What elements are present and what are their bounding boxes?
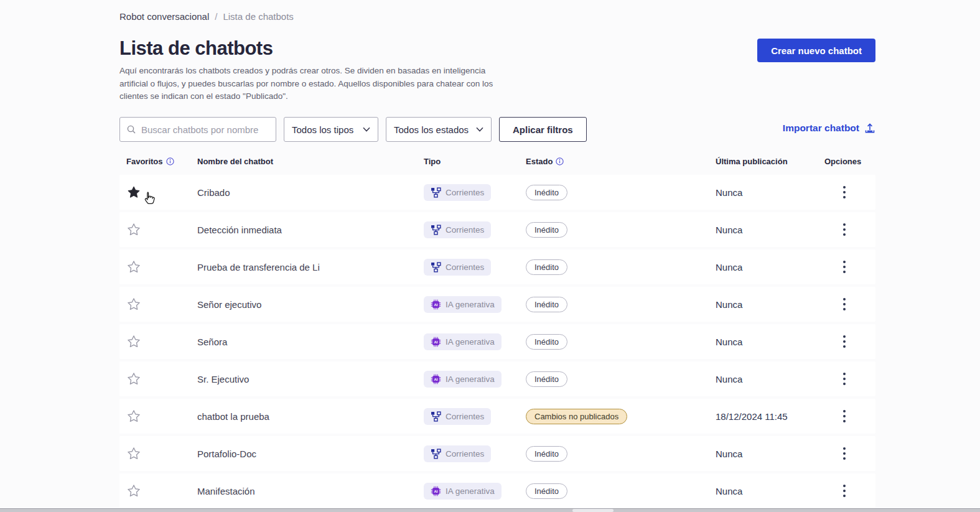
- upload-icon: [864, 123, 875, 134]
- last-publication: Nunca: [716, 486, 742, 496]
- table-row[interactable]: Sr. Ejecutivo AI: [119, 361, 875, 396]
- type-label: IA generativa: [446, 486, 495, 496]
- create-chatbot-button[interactable]: Crear nuevo chatbot: [757, 39, 875, 62]
- type-label: Corrientes: [446, 412, 484, 421]
- info-icon[interactable]: [166, 157, 174, 165]
- type-filter-select[interactable]: Todos los tipos: [284, 117, 378, 142]
- column-header-last-publication: Última publicación: [716, 157, 824, 166]
- table-body: Cribado AI: [119, 175, 875, 508]
- kebab-menu-icon[interactable]: [841, 258, 848, 276]
- chatbot-name: Prueba de transferencia de Li: [197, 262, 320, 272]
- status-badge: Cambios no publicados: [526, 409, 627, 424]
- last-publication: Nunca: [716, 337, 742, 347]
- status-badge: Inédito: [526, 371, 567, 387]
- chatbot-name: Portafolio-Doc: [197, 449, 256, 459]
- apply-filters-button[interactable]: Aplicar filtros: [499, 117, 587, 142]
- favorite-star-icon[interactable]: [126, 297, 141, 312]
- favorite-star-icon[interactable]: [126, 259, 141, 274]
- svg-text:AI: AI: [434, 340, 438, 343]
- favorite-star-icon[interactable]: [126, 222, 141, 237]
- search-input[interactable]: [141, 124, 269, 135]
- breadcrumb-parent[interactable]: Robot conversacional: [119, 11, 209, 22]
- chatbot-name: Sr. Ejecutivo: [197, 374, 249, 384]
- status-label: Inédito: [534, 188, 559, 197]
- status-badge: Inédito: [526, 334, 567, 350]
- type-label: Corrientes: [446, 263, 484, 272]
- search-box[interactable]: [119, 117, 276, 142]
- favorite-star-icon[interactable]: [126, 483, 141, 498]
- status-badge: Inédito: [526, 185, 567, 200]
- import-chatbot-label: Importar chatbot: [783, 123, 859, 134]
- status-badge: Inédito: [526, 446, 567, 462]
- table-row[interactable]: Señora AI: [119, 324, 875, 359]
- table-row[interactable]: Manifestación AI: [119, 473, 875, 508]
- favorite-star-icon[interactable]: [126, 371, 141, 386]
- type-badge: AI IA generativa: [424, 483, 502, 500]
- flow-diagram-icon: [431, 411, 441, 422]
- last-publication: Nunca: [716, 449, 742, 459]
- type-badge: AI IA generativa: [424, 333, 502, 350]
- svg-text:AI: AI: [434, 302, 438, 306]
- chatbot-name: chatbot la prueba: [197, 411, 269, 422]
- type-badge: AI IA generativa: [424, 371, 502, 388]
- favorite-star-filled-icon[interactable]: [126, 185, 141, 200]
- kebab-menu-icon[interactable]: [841, 221, 848, 238]
- table-row[interactable]: Cribado AI: [119, 175, 875, 210]
- kebab-menu-icon[interactable]: [841, 333, 848, 350]
- options-header-label: Opciones: [824, 157, 861, 166]
- info-icon[interactable]: [556, 157, 564, 165]
- type-badge: AI IA generativa: [424, 296, 502, 313]
- table-row[interactable]: Prueba de transferencia de Li AI: [119, 249, 875, 284]
- status-label: Cambios no publicados: [534, 412, 618, 421]
- ai-chip-icon: AI: [431, 337, 441, 347]
- kebab-menu-icon[interactable]: [841, 482, 848, 500]
- favorite-star-icon[interactable]: [126, 409, 141, 424]
- chatbot-name: Señora: [197, 337, 227, 347]
- page-description: Aquí encontrarás los chatbots creados y …: [119, 65, 511, 103]
- chevron-down-icon: [363, 127, 370, 132]
- status-label: Inédito: [534, 263, 559, 272]
- kebab-menu-icon[interactable]: [841, 370, 848, 388]
- chevron-down-icon: [476, 127, 483, 132]
- status-label: Inédito: [534, 300, 559, 309]
- favorites-header-label: Favoritos: [126, 157, 163, 166]
- favorite-star-icon[interactable]: [126, 334, 141, 349]
- type-badge: AI Corrientes: [424, 184, 491, 201]
- column-header-name: Nombre del chatbot: [197, 157, 424, 166]
- type-badge: AI Corrientes: [424, 221, 491, 238]
- breadcrumb-separator: /: [215, 11, 217, 22]
- last-publication: Nunca: [716, 374, 742, 384]
- type-label: Corrientes: [446, 225, 484, 235]
- horizontal-scrollbar[interactable]: [0, 508, 980, 512]
- status-label: Inédito: [534, 486, 559, 496]
- favorite-star-icon[interactable]: [126, 446, 141, 461]
- state-filter-select[interactable]: Todos los estados: [386, 117, 492, 142]
- kebab-menu-icon[interactable]: [841, 407, 848, 425]
- kebab-menu-icon[interactable]: [841, 445, 848, 462]
- search-icon: [126, 124, 136, 134]
- ai-chip-icon: AI: [431, 374, 441, 384]
- type-label: Corrientes: [446, 188, 484, 197]
- kebab-menu-icon[interactable]: [841, 184, 848, 201]
- chatbot-name: Cribado: [197, 187, 230, 198]
- chatbot-name: Detección inmediata: [197, 225, 282, 235]
- table-row[interactable]: chatbot la prueba AI: [119, 399, 875, 434]
- table-row[interactable]: Señor ejecutivo AI: [119, 287, 875, 322]
- kebab-menu-icon[interactable]: [841, 296, 848, 313]
- filters-bar: Todos los tipos Todos los estados Aplica…: [119, 117, 587, 142]
- page-title: Lista de chatbots: [119, 37, 273, 60]
- ai-chip-icon: AI: [431, 486, 441, 496]
- last-publication-header-label: Última publicación: [716, 157, 788, 166]
- last-publication: Nunca: [716, 299, 742, 310]
- breadcrumb-current: Lista de chatbots: [223, 11, 293, 22]
- last-publication: 18/12/2024 11:45: [716, 411, 788, 422]
- table-row[interactable]: Detección inmediata AI: [119, 212, 875, 247]
- table-row[interactable]: Portafolio-Doc AI: [119, 436, 875, 471]
- flow-diagram-icon: [431, 187, 441, 198]
- import-chatbot-link[interactable]: Importar chatbot: [783, 123, 875, 134]
- type-label: Corrientes: [446, 449, 484, 458]
- status-label: Inédito: [534, 375, 559, 384]
- last-publication: Nunca: [716, 225, 742, 235]
- type-badge: AI Corrientes: [424, 259, 491, 276]
- scrollbar-thumb[interactable]: [572, 509, 614, 512]
